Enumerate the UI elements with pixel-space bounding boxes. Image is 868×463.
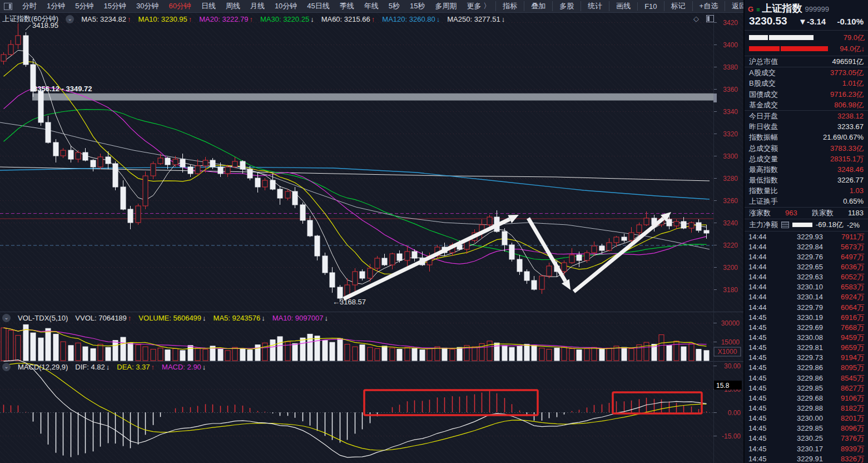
index-code: 999999 — [805, 5, 829, 13]
menu-item-8[interactable]: 月线 — [245, 1, 270, 11]
svg-text:3380: 3380 — [723, 63, 738, 71]
gap-band — [32, 93, 713, 101]
tick-row: 14:453229.888182万 — [745, 403, 868, 413]
legend-item-4: MA60: 3215.66↑ — [321, 15, 375, 23]
menu-item-0[interactable]: 分时 — [17, 1, 42, 11]
tool-item-5[interactable]: F10 — [637, 2, 663, 11]
svg-text:3340: 3340 — [723, 108, 738, 116]
stat-row: 最高指数3248.46 — [745, 164, 868, 175]
menu-item-11[interactable]: 季线 — [335, 1, 359, 11]
menu-item-5[interactable]: 60分钟 — [163, 1, 196, 11]
tool-item-1[interactable]: 叠加 — [524, 1, 552, 11]
price-change: ▼-3.14 — [798, 17, 826, 26]
trend-arrow-icon: ↓ — [106, 363, 110, 371]
menu-item-7[interactable]: 周线 — [221, 1, 245, 11]
stat-row: 总成交额3783.33亿 — [745, 143, 868, 154]
collapse-chevron-icon[interactable] — [2, 363, 11, 371]
layout-icon[interactable] — [4, 3, 12, 10]
quote-header: G ≡ 上证指数 999999 — [745, 0, 868, 13]
svg-text:3220: 3220 — [723, 242, 738, 249]
tick-row: 14:443229.766497万 — [745, 252, 868, 262]
stat-row: B股成交1.01亿 — [745, 78, 868, 88]
stat-row: 昨日收盘3233.67 — [745, 121, 868, 132]
trend-arrow-icon: ↓ — [502, 15, 505, 23]
svg-text:X1000: X1000 — [718, 348, 737, 356]
tick-row: 14:453229.697668万 — [745, 323, 868, 333]
trend-arrow-icon: ↑ — [128, 314, 132, 322]
trend-arrow-icon: ↑ — [151, 363, 155, 371]
text-annotations: 3418.953356.12 - 3349.72←3168.57 — [26, 21, 366, 306]
menu-item-4[interactable]: 30分钟 — [131, 1, 163, 11]
tool-item-0[interactable]: 指标 — [495, 1, 524, 11]
svg-text:15.8: 15.8 — [716, 382, 730, 390]
trend-arrow-icon: ↓ — [437, 15, 440, 23]
svg-text:3400: 3400 — [723, 41, 738, 49]
money-flow-row-0: 79.0亿 — [745, 32, 868, 43]
tick-row: 14:453229.739194万 — [745, 353, 868, 363]
svg-text:3240: 3240 — [723, 219, 738, 227]
tick-row: 14:453230.178939万 — [745, 444, 868, 454]
chart-legend: 上证指数(60分钟) MA5: 3234.82↑MA10: 3230.95↑MA… — [2, 14, 505, 24]
period-menu: 分时1分钟5分钟15分钟30分钟60分钟日线周线月线10分钟45日线季线年线5秒… — [17, 1, 495, 11]
stat-row: 今日开盘3238.12 — [745, 111, 868, 121]
svg-text:3320: 3320 — [723, 130, 738, 138]
trend-arrow-icon: ↓ — [324, 314, 328, 322]
menu-item-13[interactable]: 5秒 — [384, 1, 405, 11]
tick-row: 14:443229.636052万 — [745, 272, 868, 282]
ma-legend: MA5: 3234.82↑MA10: 3230.95↑MA20: 3222.79… — [81, 15, 505, 23]
legend-item-2: MA20: 3222.79↑ — [199, 15, 253, 23]
menu-item-1[interactable]: 1分钟 — [42, 1, 70, 11]
menu-item-9[interactable]: 10分钟 — [270, 1, 302, 11]
tick-row: 14:443229.845673万 — [745, 242, 868, 252]
stat-row: 上证换手0.65% — [745, 196, 868, 206]
trend-arrow-icon: ↓ — [310, 15, 314, 23]
macd-layer: 30.0015.000.00-15.00 — [0, 360, 741, 457]
legend-item-4: MA10: 9097007↓ — [272, 314, 328, 322]
market-flag: G — [748, 5, 753, 13]
menu-item-3[interactable]: 15分钟 — [98, 1, 131, 11]
tool-item-7[interactable]: +自选 — [692, 1, 725, 11]
macd-tooltip: 15.8 — [714, 381, 742, 390]
menu-item-15[interactable]: 多周期 — [430, 1, 462, 11]
hamburger-icon[interactable]: ≡ — [756, 6, 759, 13]
quote-price-row: 3230.53 ▼-3.14 -0.10% — [745, 13, 868, 30]
tool-item-6[interactable]: 标记 — [664, 1, 692, 11]
tick-row: 14:453230.196916万 — [745, 313, 868, 323]
tick-row: 14:453229.918326万 — [745, 454, 868, 463]
chart-area[interactable]: 3420340033803360334033203300328032603240… — [0, 0, 743, 463]
tool-item-3[interactable]: 统计 — [581, 1, 609, 11]
menu-item-10[interactable]: 45日线 — [302, 1, 334, 11]
tick-list[interactable]: 14:443229.937911万14:443229.845673万14:443… — [745, 232, 868, 463]
menu-item-2[interactable]: 5分钟 — [70, 1, 98, 11]
svg-text:30000: 30000 — [721, 319, 740, 327]
split-view-icon[interactable] — [706, 15, 714, 22]
trend-arrow-icon: ↓ — [261, 314, 265, 322]
tool-item-2[interactable]: 多股 — [552, 1, 581, 11]
main-force-row: 主力净额 -69.18亿 -2% — [745, 219, 868, 231]
menu-item-16[interactable]: 更多 〉 — [462, 1, 496, 11]
money-flow-bars: 79.0亿94.0亿↓ — [745, 31, 868, 56]
tick-row: 14:453230.008201万 — [745, 413, 868, 423]
stat-row: 指数量比1.03 — [745, 185, 868, 196]
legend-item-3: MA5: 9243576↓ — [214, 314, 265, 322]
tdx-app: 3420340033803360334033203300328032603240… — [0, 0, 868, 463]
collapse-chevron-icon[interactable] — [66, 15, 74, 23]
tick-row: 14:443229.796064万 — [745, 303, 868, 313]
macd-legend: MACD(12,29,9)DIF: 4.82↓DEA: 3.37↑MACD: 2… — [2, 363, 206, 371]
diamond-icon[interactable] — [693, 14, 699, 23]
candles-layer — [1, 23, 709, 302]
menu-item-6[interactable]: 日线 — [196, 1, 221, 11]
chart-canvas[interactable]: 3420340033803360334033203300328032603240… — [0, 0, 743, 463]
tool-item-4[interactable]: 画线 — [609, 1, 637, 11]
menu-item-12[interactable]: 年线 — [359, 1, 384, 11]
tick-row: 14:453229.819659万 — [745, 343, 868, 353]
macd-legend-items: MACD(12,29,9)DIF: 4.82↓DEA: 3.37↑MACD: 2… — [18, 363, 206, 371]
collapse-chevron-icon[interactable] — [2, 314, 11, 322]
menu-item-14[interactable]: 15秒 — [405, 1, 430, 11]
legend-item-1: VVOL: 7064189↑ — [75, 314, 131, 322]
svg-text:30.00: 30.00 — [724, 362, 741, 370]
decliners-label: 跌家数 — [812, 208, 834, 219]
svg-text:0.00: 0.00 — [728, 409, 741, 417]
drawing-annotations — [344, 212, 702, 415]
list-icon[interactable] — [781, 221, 789, 228]
